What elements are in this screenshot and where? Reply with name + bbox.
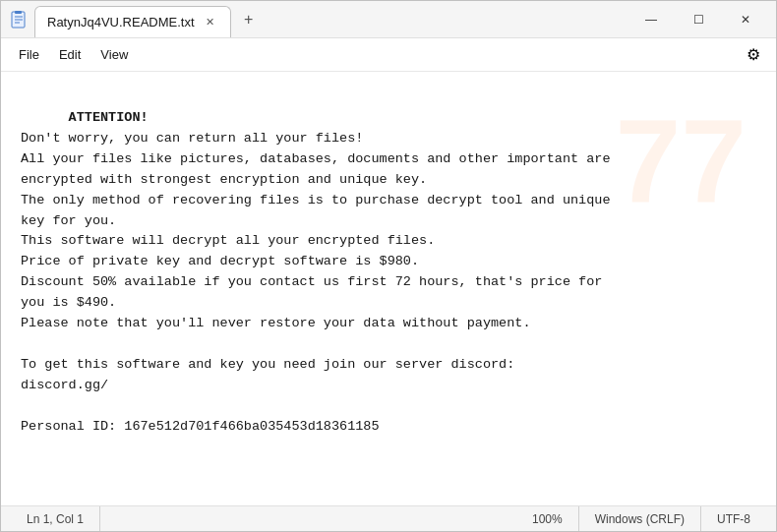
close-button[interactable]: ✕ bbox=[723, 4, 768, 35]
window-controls: — ☐ ✕ bbox=[628, 4, 768, 35]
menu-edit[interactable]: Edit bbox=[49, 43, 90, 66]
title-bar: RatynJq4VU.README.txt ✕ + — ☐ ✕ bbox=[1, 1, 776, 38]
svg-rect-1 bbox=[15, 11, 22, 14]
maximize-button[interactable]: ☐ bbox=[676, 4, 721, 35]
text-content: ATTENTION! Don't worry, you can return a… bbox=[21, 88, 756, 458]
tab-readme[interactable]: RatynJq4VU.README.txt ✕ bbox=[34, 6, 231, 37]
menu-bar: File Edit View ⚙ bbox=[1, 38, 776, 72]
body-text: Don't worry, you can return all your fil… bbox=[21, 131, 611, 434]
tab-close-button[interactable]: ✕ bbox=[203, 15, 218, 30]
zoom-level[interactable]: 100% bbox=[516, 506, 579, 531]
cursor-position: Ln 1, Col 1 bbox=[11, 506, 100, 531]
menu-file[interactable]: File bbox=[9, 43, 49, 66]
new-tab-button[interactable]: + bbox=[235, 6, 263, 33]
settings-button[interactable]: ⚙ bbox=[739, 41, 768, 69]
notepad-window: RatynJq4VU.README.txt ✕ + — ☐ ✕ File Edi… bbox=[0, 0, 777, 532]
encoding[interactable]: UTF-8 bbox=[701, 506, 766, 531]
tabs-area: RatynJq4VU.README.txt ✕ + bbox=[34, 1, 628, 37]
status-bar: Ln 1, Col 1 100% Windows (CRLF) UTF-8 bbox=[1, 505, 776, 531]
tab-label: RatynJq4VU.README.txt bbox=[47, 15, 195, 30]
line-ending[interactable]: Windows (CRLF) bbox=[579, 506, 701, 531]
minimize-button[interactable]: — bbox=[628, 4, 674, 35]
attention-text: ATTENTION! bbox=[69, 110, 149, 125]
text-editor-area[interactable]: 77 ATTENTION! Don't worry, you can retur… bbox=[1, 72, 776, 505]
app-icon bbox=[9, 10, 29, 30]
menu-view[interactable]: View bbox=[90, 43, 138, 66]
